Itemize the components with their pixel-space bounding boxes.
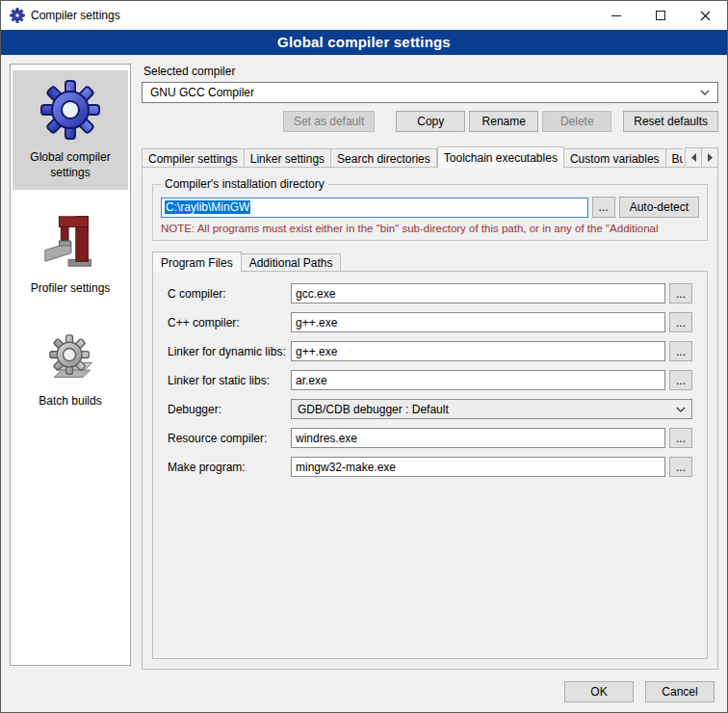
sidebar-item-label: Batch builds: [39, 394, 101, 409]
window-title: Compiler settings: [31, 9, 120, 22]
tab-linker-settings[interactable]: Linker settings: [245, 148, 331, 168]
sidebar-item-label: Global compiler settings: [14, 150, 126, 180]
maximize-button[interactable]: [638, 1, 683, 30]
page-title: Global compiler settings: [1, 30, 727, 55]
arrow-right-icon: [707, 153, 714, 162]
linker-static-input[interactable]: [291, 370, 665, 390]
make-program-row: Make program: ...: [168, 457, 692, 477]
cancel-button[interactable]: Cancel: [645, 681, 715, 702]
installation-directory-input[interactable]: C:\raylib\MinGW: [161, 198, 588, 218]
tab-search-directories[interactable]: Search directories: [331, 148, 437, 168]
minimize-button[interactable]: [594, 1, 638, 30]
compiler-actions: Set as default Copy Rename Delete Reset …: [142, 111, 718, 132]
minimize-icon: [611, 15, 621, 16]
make-program-browse-button[interactable]: ...: [669, 457, 692, 477]
linker-static-row: Linker for static libs: ...: [168, 370, 692, 390]
ok-button[interactable]: OK: [564, 681, 634, 702]
dialog-footer: OK Cancel: [564, 681, 715, 702]
program-files-panel: C compiler: ... C++ compiler: ... Linker…: [152, 271, 708, 659]
global-compiler-gear-icon: [39, 78, 102, 142]
installation-directory-legend: Compiler's installation directory: [161, 177, 328, 191]
c-compiler-input[interactable]: [291, 283, 665, 304]
debugger-dropdown[interactable]: GDB/CDB debugger : Default: [291, 399, 692, 419]
settings-tab-strip: Compiler settings Linker settings Search…: [142, 145, 718, 168]
selected-compiler-label: Selected compiler: [143, 65, 718, 78]
selected-compiler-value: GNU GCC Compiler: [150, 86, 254, 99]
arrow-left-icon: [690, 153, 697, 162]
cpp-compiler-input[interactable]: [291, 312, 665, 332]
debugger-label: Debugger:: [168, 403, 291, 416]
make-program-label: Make program:: [168, 461, 291, 474]
cpp-compiler-row: C++ compiler: ...: [168, 312, 692, 332]
close-button[interactable]: [683, 1, 727, 30]
rename-button[interactable]: Rename: [469, 111, 538, 132]
sidebar-item-batch-builds[interactable]: Batch builds: [13, 318, 128, 419]
profiler-icon: [39, 209, 102, 273]
tab-scroll-left-button[interactable]: [685, 147, 702, 168]
make-program-input[interactable]: [291, 457, 665, 477]
settings-category-list: Global compiler settings Profiler settin…: [10, 64, 131, 666]
reset-defaults-button[interactable]: Reset defaults: [623, 111, 718, 132]
app-icon: [10, 8, 25, 23]
resource-compiler-input[interactable]: [291, 428, 665, 448]
linker-dynamic-row: Linker for dynamic libs: ...: [168, 341, 692, 361]
linker-dynamic-label: Linker for dynamic libs:: [168, 345, 291, 358]
linker-dynamic-input[interactable]: [291, 341, 665, 361]
c-compiler-browse-button[interactable]: ...: [669, 283, 692, 304]
sidebar-item-label: Profiler settings: [31, 281, 111, 297]
debugger-value: GDB/CDB debugger : Default: [298, 403, 449, 416]
resource-compiler-browse-button[interactable]: ...: [669, 428, 692, 448]
delete-button: Delete: [542, 111, 611, 132]
installation-directory-browse-button[interactable]: ...: [592, 197, 615, 218]
compiler-settings-dialog: Compiler settings Global compiler settin…: [0, 0, 728, 713]
linker-dynamic-browse-button[interactable]: ...: [669, 341, 692, 361]
tab-toolchain-executables[interactable]: Toolchain executables: [437, 146, 564, 168]
tab-build-options[interactable]: Buil: [666, 148, 683, 168]
subtab-program-files[interactable]: Program Files: [152, 251, 242, 273]
tab-custom-variables[interactable]: Custom variables: [564, 148, 666, 168]
chevron-down-icon: [676, 407, 686, 412]
copy-button[interactable]: Copy: [396, 111, 465, 132]
sidebar-item-global-compiler-settings[interactable]: Global compiler settings: [13, 70, 128, 190]
toolchain-executables-page: Compiler's installation directory C:\ray…: [142, 167, 718, 670]
selected-compiler-dropdown[interactable]: GNU GCC Compiler: [142, 82, 718, 103]
main-panel: Selected compiler GNU GCC Compiler Set a…: [142, 63, 718, 670]
set-as-default-button: Set as default: [283, 111, 375, 132]
auto-detect-button[interactable]: Auto-detect: [619, 197, 699, 218]
linker-static-browse-button[interactable]: ...: [669, 370, 692, 390]
subtab-additional-paths[interactable]: Additional Paths: [242, 253, 342, 272]
resource-compiler-label: Resource compiler:: [168, 432, 291, 445]
tab-compiler-settings[interactable]: Compiler settings: [142, 148, 245, 168]
installation-directory-value: C:\raylib\MinGW: [165, 200, 250, 214]
titlebar: Compiler settings: [1, 1, 727, 30]
cpp-compiler-label: C++ compiler:: [168, 316, 291, 330]
chevron-down-icon: [700, 90, 710, 95]
linker-static-label: Linker for static libs:: [168, 374, 291, 387]
c-compiler-label: C compiler:: [168, 287, 291, 301]
cpp-compiler-browse-button[interactable]: ...: [669, 312, 692, 332]
batch-builds-icon: [40, 326, 100, 385]
resource-compiler-row: Resource compiler: ...: [168, 428, 692, 448]
installation-directory-group: Compiler's installation directory C:\ray…: [152, 177, 708, 241]
close-icon: [700, 11, 711, 21]
c-compiler-row: C compiler: ...: [168, 283, 692, 304]
bin-subdirectory-note: NOTE: All programs must exist either in …: [161, 223, 699, 234]
programs-subtab-strip: Program Files Additional Paths: [152, 251, 708, 272]
maximize-icon: [656, 11, 665, 20]
sidebar-item-profiler-settings[interactable]: Profiler settings: [13, 201, 128, 306]
tab-scroll-right-button[interactable]: [701, 147, 718, 168]
debugger-row: Debugger: GDB/CDB debugger : Default: [168, 399, 692, 419]
